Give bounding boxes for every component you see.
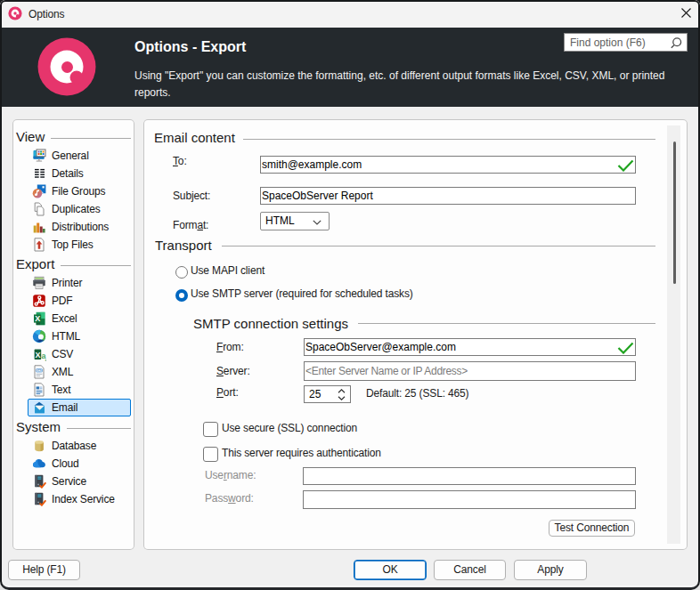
svg-text:X: X (35, 314, 40, 323)
svg-text:X: X (35, 351, 40, 360)
svg-text:<>: <> (37, 368, 42, 373)
svg-text:,: , (45, 354, 46, 361)
